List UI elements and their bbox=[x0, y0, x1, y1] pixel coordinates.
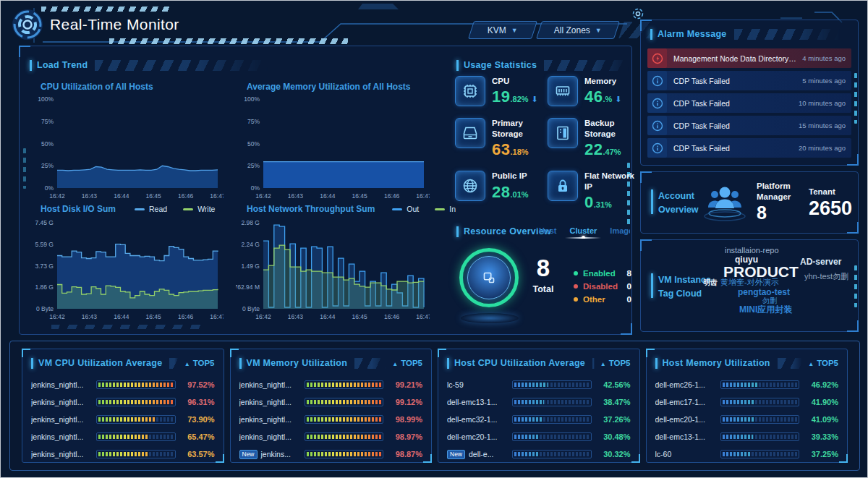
disk-chart-legend: ReadWrite bbox=[135, 205, 215, 213]
tag-word[interactable]: yhn-test勿删 bbox=[804, 273, 848, 281]
alarm-text: CDP Task Failed bbox=[673, 121, 793, 130]
alarm-item[interactable]: CDP Task Failed 15 minutes ago bbox=[647, 116, 851, 135]
top5-row[interactable]: dell-emc20-1... 41.09% bbox=[655, 411, 839, 428]
top5-row[interactable]: Newjenkins... 98.87% bbox=[239, 445, 423, 463]
resource-total-value: 8 bbox=[523, 255, 563, 281]
top5-name: jenkins_nightl... bbox=[31, 415, 90, 424]
zone-filter-dropdown[interactable]: All Zones▼ bbox=[536, 21, 620, 39]
memory-icon bbox=[548, 76, 578, 106]
chevron-down-icon: ▼ bbox=[511, 27, 518, 34]
tenant-stat: Tenant 2650 bbox=[809, 187, 854, 220]
svg-text:1.86 G: 1.86 G bbox=[35, 283, 54, 291]
top5-row[interactable]: jenkins_nightl... 98.99% bbox=[239, 411, 423, 428]
tag-word[interactable]: pengtao-test bbox=[738, 288, 790, 296]
alarm-item[interactable]: CDP Task Failed 5 minutes ago bbox=[647, 71, 851, 90]
account-frame: Account Overview Platform Manager 8 Tena… bbox=[640, 171, 859, 234]
tag-word[interactable]: PRODUCT bbox=[723, 264, 799, 279]
tag-word[interactable]: installaion-repo bbox=[725, 247, 779, 255]
svg-text:25%: 25% bbox=[247, 162, 260, 169]
tag-word[interactable]: 明齿 bbox=[703, 279, 718, 286]
tab-image[interactable]: Image bbox=[610, 226, 630, 239]
section-stripes bbox=[734, 29, 840, 40]
chart-legend-write: Write bbox=[183, 205, 215, 213]
svg-text:100%: 100% bbox=[38, 95, 54, 103]
info-icon bbox=[647, 93, 667, 113]
triangle-up-icon: ▲ bbox=[392, 361, 398, 367]
alarm-item[interactable]: CDP Task Failed 20 minutes ago bbox=[647, 138, 851, 158]
tab-host[interactable]: Host bbox=[539, 226, 556, 239]
top5-value: 98.97% bbox=[389, 432, 422, 441]
top5-row[interactable]: jenkins_nightl... 96.31% bbox=[31, 393, 215, 411]
top5-row[interactable]: jenkins_nightl... 73.90% bbox=[31, 411, 215, 428]
svg-text:100%: 100% bbox=[244, 95, 260, 103]
top5-row[interactable]: lc-59 42.56% bbox=[447, 376, 631, 393]
top5-row[interactable]: jenkins_nightl... 65.47% bbox=[31, 428, 215, 445]
top5-bar bbox=[96, 380, 176, 389]
tag-word[interactable]: MINI应用封装 bbox=[739, 305, 792, 314]
users-icon bbox=[700, 181, 749, 227]
svg-text:16:44: 16:44 bbox=[114, 192, 129, 200]
cluster-icon bbox=[480, 268, 498, 287]
tag-cloud: installaion-repoqiuyuAD-serverPRODUCTyhn… bbox=[652, 243, 855, 328]
top5-name: jenkins_nightl... bbox=[239, 415, 299, 424]
top5-sort-button[interactable]: ▲TOP5 bbox=[808, 359, 838, 367]
top5-row[interactable]: dell-emc17-1... 41.90% bbox=[655, 393, 839, 411]
legend-dot bbox=[574, 271, 578, 276]
top5-row[interactable]: lc-60 37.25% bbox=[655, 445, 839, 463]
top5-row[interactable]: dell-emc26-1... 46.92% bbox=[655, 376, 839, 393]
top5-row[interactable]: jenkins_nightl... 99.21% bbox=[239, 376, 423, 393]
svg-text:16:43: 16:43 bbox=[288, 313, 304, 320]
svg-text:16:44: 16:44 bbox=[320, 313, 336, 320]
chevron-down-icon: ▼ bbox=[595, 27, 602, 34]
section-bar bbox=[30, 60, 32, 71]
top5-value: 98.87% bbox=[389, 450, 422, 458]
top5-bar bbox=[720, 398, 800, 406]
cpu-icon bbox=[455, 76, 485, 106]
top5-row[interactable]: dell-emc20-1... 30.48% bbox=[447, 428, 631, 445]
top5-name: jenkins_nightl... bbox=[31, 432, 90, 441]
usage-stats-grid: CPU 19.82%⬇ Memory 46.%⬇ Primary Storage… bbox=[455, 76, 634, 212]
tag-word[interactable]: AD-server bbox=[800, 257, 841, 266]
top5-row[interactable]: Newdell-e... 30.32% bbox=[447, 445, 631, 463]
top5-bar bbox=[305, 380, 384, 389]
top5-value: 99.21% bbox=[389, 380, 422, 389]
alarm-item[interactable]: CDP Task Failed 10 minutes ago bbox=[647, 93, 851, 113]
top5-value: 30.32% bbox=[597, 450, 631, 458]
svg-text:1.49 G: 1.49 G bbox=[241, 263, 260, 270]
svg-text:16:43: 16:43 bbox=[82, 313, 98, 320]
donut-ring bbox=[459, 248, 519, 307]
alarm-item[interactable]: Management Node Data Directory Disk Util… bbox=[647, 48, 851, 68]
top5-bar bbox=[512, 380, 592, 389]
top5-bar bbox=[512, 415, 592, 424]
top5-sort-button[interactable]: ▲TOP5 bbox=[600, 359, 631, 367]
top5-row[interactable]: dell-emc32-1... 37.26% bbox=[447, 411, 631, 428]
legend-value: 0 bbox=[627, 282, 631, 291]
resource-total: 8 Total bbox=[523, 255, 563, 294]
top5-row[interactable]: jenkins_nightl... 97.52% bbox=[31, 376, 215, 393]
top5-name: lc-59 bbox=[447, 380, 506, 389]
tag-word[interactable]: 勿删 bbox=[762, 297, 777, 304]
usage-label: Primary Storage bbox=[492, 118, 542, 139]
top5-row[interactable]: jenkins_nightl... 98.97% bbox=[239, 428, 423, 445]
top5-row[interactable]: jenkins_nightl... 99.12% bbox=[239, 393, 423, 411]
usage-card-memory: Memory 46.%⬇ bbox=[548, 76, 634, 106]
legend-value: 8 bbox=[627, 269, 631, 278]
top5-value: 37.25% bbox=[805, 450, 838, 458]
top5-name: jenkins_nightl... bbox=[31, 450, 90, 458]
top5-bar bbox=[720, 450, 800, 458]
top5-name: dell-emc26-1... bbox=[655, 380, 715, 389]
hypervisor-filter-dropdown[interactable]: KVM▼ bbox=[468, 21, 537, 39]
top5-header: Host CPU Utilization Average ▲TOP5 bbox=[447, 357, 631, 370]
tab-cluster[interactable]: Cluster bbox=[569, 226, 597, 239]
top5-row[interactable]: dell-emc13-1... 38.47% bbox=[447, 393, 631, 411]
top5-sort-button[interactable]: ▲TOP5 bbox=[184, 359, 215, 367]
memory-chart-title: Average Memory Utilization of All Hosts bbox=[247, 82, 410, 92]
alarm-text: Management Node Data Directory Disk Util… bbox=[673, 54, 796, 63]
cpu-utilization-chart: 0%25%50%75%100%16:4216:4316:4416:4516:46… bbox=[30, 92, 224, 200]
top5-row[interactable]: dell-emc13-1... 39.33% bbox=[655, 428, 839, 445]
top5-row[interactable]: jenkins_nightl... 63.57% bbox=[31, 445, 215, 463]
top5-sort-button[interactable]: ▲TOP5 bbox=[392, 359, 422, 367]
top5-bar bbox=[512, 398, 592, 406]
tag-word[interactable]: 黄增奎-对外演示 bbox=[720, 278, 779, 286]
primary-storage-icon bbox=[455, 118, 485, 148]
